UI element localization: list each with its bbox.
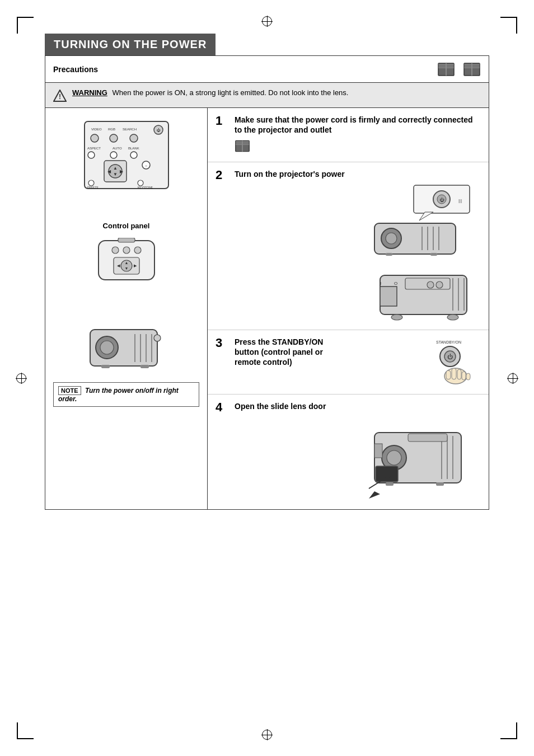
svg-text:⏻: ⏻	[439, 198, 444, 203]
svg-rect-106	[452, 368, 456, 379]
svg-text:▲: ▲	[124, 261, 128, 265]
svg-point-26	[130, 134, 138, 142]
svg-text:ASPECT: ASPECT	[87, 147, 101, 150]
two-column-layout: VIDEO RGB SEARCH ⏻ ASPECT AUTO BLANK	[45, 108, 489, 509]
svg-text:O: O	[394, 281, 397, 286]
step-4-content: Open the slide lens door	[235, 401, 481, 503]
main-content-box: Precautions	[45, 55, 489, 510]
crosshair-right	[507, 373, 518, 384]
corner-mark-br	[500, 722, 517, 739]
note-label: NOTE	[58, 386, 81, 395]
svg-point-43	[88, 180, 94, 186]
svg-rect-107	[457, 369, 461, 379]
book-icons	[437, 62, 481, 77]
svg-point-82	[386, 233, 397, 244]
svg-rect-87	[386, 253, 392, 256]
svg-rect-55	[118, 238, 135, 242]
projector-side-diagram: ⏻ |||	[369, 184, 481, 257]
svg-rect-123	[408, 434, 447, 442]
svg-rect-121	[386, 482, 394, 486]
precautions-header: Precautions	[45, 56, 489, 83]
book-icon-2	[463, 62, 481, 77]
svg-point-58	[100, 341, 114, 354]
step-1-row: 1 Make sure that the power cord is firml…	[208, 108, 489, 162]
warning-triangle-icon: !	[53, 90, 67, 102]
step-2-images: ⏻ |||	[235, 184, 481, 323]
svg-text:▼: ▼	[113, 172, 118, 177]
svg-text:I: I	[380, 281, 381, 286]
projector-lens-door-diagram	[363, 416, 481, 503]
step-1-book-icon	[235, 139, 250, 153]
svg-text:FREEZE: FREEZE	[87, 186, 99, 189]
warning-text: WARNING When the power is ON, a strong l…	[72, 88, 348, 97]
projector-power-diagram: I O	[374, 261, 481, 323]
projector-small-diagram	[73, 313, 180, 374]
svg-text:RGB: RGB	[108, 128, 115, 131]
crosshair-top	[261, 16, 273, 27]
svg-text:☼: ☼	[144, 164, 148, 167]
svg-point-30	[88, 152, 95, 158]
svg-marker-117	[369, 491, 380, 499]
svg-text:SEARCH: SEARCH	[123, 128, 137, 131]
standby-button-diagram: STANDBY/ON ⏻	[419, 337, 481, 387]
control-panel-label: Control panel	[103, 222, 150, 230]
warning-label: WARNING	[72, 88, 107, 97]
svg-point-48	[134, 247, 141, 253]
svg-point-24	[91, 134, 99, 142]
crosshair-bottom	[261, 729, 273, 740]
svg-point-113	[387, 450, 401, 465]
svg-point-47	[123, 247, 130, 253]
svg-point-100	[436, 281, 443, 288]
page: TURNING ON THE POWER Precautions	[0, 0, 534, 756]
note-box: NOTE Turn the power on/off in right orde…	[53, 382, 199, 407]
svg-text:⏻: ⏻	[156, 128, 160, 132]
svg-text:▶: ▶	[120, 169, 124, 174]
step-4-text: Open the slide lens door	[235, 401, 481, 411]
page-title: TURNING ON THE POWER	[45, 34, 216, 55]
corner-mark-bl	[17, 722, 34, 739]
corner-mark-tl	[17, 17, 34, 34]
svg-text:BLANK: BLANK	[128, 147, 139, 150]
svg-rect-109	[466, 373, 470, 380]
corner-mark-tr	[500, 17, 517, 34]
book-icon-1	[437, 62, 455, 77]
svg-point-46	[112, 247, 119, 253]
step-2-number: 2	[216, 169, 228, 181]
step-4-image	[235, 416, 481, 503]
precautions-label: Precautions	[53, 65, 98, 74]
svg-rect-90	[380, 287, 397, 306]
step-2-text: Turn on the projector's power	[235, 169, 481, 179]
svg-point-97	[391, 314, 402, 320]
step-4-row: 4 Open the slide lens door	[208, 395, 489, 509]
svg-text:|||: |||	[458, 198, 462, 203]
control-panel-diagram: VIDEO RGB SEARCH ⏻ ASPECT AUTO BLANK	[73, 116, 180, 214]
svg-text:▲: ▲	[113, 166, 118, 171]
svg-rect-88	[430, 253, 437, 256]
svg-point-98	[447, 314, 458, 320]
svg-text:VIDEO: VIDEO	[91, 128, 102, 131]
step-1-number: 1	[216, 115, 228, 127]
step-2-content: Turn on the projector's power ⏻	[235, 169, 481, 322]
step-3-text: Press the STANDBY/ON button (control pan…	[235, 337, 346, 368]
step-3-row: 3 Press the STANDBY/ON button (control p…	[208, 330, 489, 395]
svg-rect-122	[436, 482, 444, 486]
remote-control-diagram: ▲ ▼ ◀ ▶	[73, 238, 180, 305]
svg-point-44	[138, 180, 143, 186]
svg-text:KEYSTONE: KEYSTONE	[138, 186, 153, 189]
svg-text:⏻: ⏻	[447, 354, 453, 360]
svg-rect-110	[446, 370, 451, 379]
svg-text:▼: ▼	[124, 266, 128, 270]
right-column: 1 Make sure that the power cord is firml…	[208, 108, 489, 509]
svg-point-99	[427, 281, 434, 288]
svg-text:STANDBY/ON: STANDBY/ON	[436, 340, 461, 344]
svg-rect-65	[140, 365, 149, 368]
step-3-content: Press the STANDBY/ON button (control pan…	[235, 337, 481, 387]
svg-point-25	[110, 134, 118, 142]
step-2-row: 2 Turn on the projector's power	[208, 162, 489, 330]
svg-point-32	[130, 152, 137, 158]
crosshair-left	[16, 373, 27, 384]
warning-bar: ! WARNING When the power is ON, a strong…	[45, 83, 489, 108]
left-column: VIDEO RGB SEARCH ⏻ ASPECT AUTO BLANK	[45, 108, 208, 509]
svg-text:!: !	[59, 93, 61, 101]
step-1-text: Make sure that the power cord is firmly …	[235, 115, 481, 135]
